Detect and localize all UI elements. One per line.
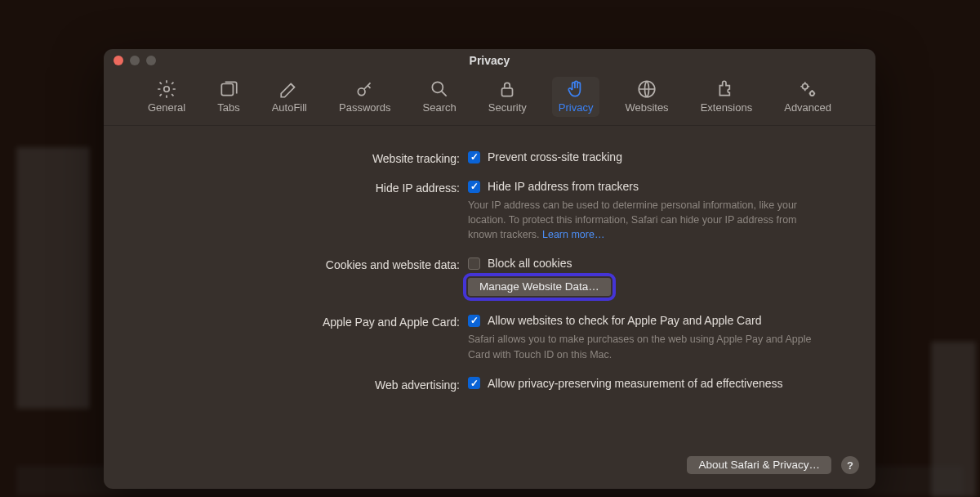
tab-tabs[interactable]: Tabs: [211, 77, 246, 117]
svg-point-6: [803, 84, 808, 90]
tab-label: Tabs: [217, 101, 239, 114]
puzzle-icon: [715, 80, 737, 98]
row-label: Website tracking:: [136, 150, 468, 165]
preferences-toolbar: General Tabs AutoFill Passwords Search S…: [104, 72, 875, 126]
checkbox-icon: [468, 315, 480, 327]
checkbox-ad-measurement[interactable]: Allow privacy-preserving measurement of …: [468, 377, 823, 390]
gears-icon: [797, 80, 818, 98]
tab-extensions[interactable]: Extensions: [694, 77, 760, 117]
checkbox-label: Allow privacy-preserving measurement of …: [488, 377, 783, 390]
close-window-button[interactable]: [114, 56, 123, 65]
tabs-icon: [218, 80, 239, 98]
checkbox-icon: [468, 181, 480, 193]
traffic-lights: [114, 56, 156, 65]
tab-general[interactable]: General: [141, 77, 192, 117]
checkbox-icon: [468, 257, 480, 270]
svg-point-2: [358, 88, 365, 96]
tab-label: General: [148, 101, 185, 114]
checkbox-label: Hide IP address from trackers: [488, 180, 639, 193]
tab-autofill[interactable]: AutoFill: [265, 77, 314, 117]
row-hide-ip: Hide IP address: Hide IP address from tr…: [136, 180, 823, 242]
tab-privacy[interactable]: Privacy: [552, 77, 600, 117]
help-button[interactable]: ?: [841, 456, 859, 474]
checkbox-prevent-tracking[interactable]: Prevent cross-site tracking: [468, 150, 823, 163]
tab-label: Passwords: [339, 101, 391, 114]
about-safari-privacy-button[interactable]: About Safari & Privacy…: [687, 456, 831, 474]
key-icon: [354, 80, 376, 98]
hand-icon: [565, 80, 586, 98]
tab-passwords[interactable]: Passwords: [332, 77, 398, 117]
lock-icon: [497, 80, 518, 98]
manage-website-data-button[interactable]: Manage Website Data…: [468, 278, 611, 296]
row-web-advertising: Web advertising: Allow privacy-preservin…: [136, 377, 823, 392]
tab-advanced[interactable]: Advanced: [777, 77, 838, 117]
gear-icon: [156, 80, 177, 98]
checkbox-apple-pay[interactable]: Allow websites to check for Apple Pay an…: [468, 314, 823, 327]
row-label: Hide IP address:: [136, 180, 468, 195]
tab-label: Privacy: [559, 101, 594, 114]
row-description: Safari allows you to make purchases on t…: [468, 332, 819, 361]
checkbox-label: Block all cookies: [488, 257, 572, 270]
titlebar: Privacy: [104, 49, 875, 72]
pencil-icon: [278, 80, 300, 98]
row-apple-pay: Apple Pay and Apple Card: Allow websites…: [136, 314, 823, 361]
row-label: Apple Pay and Apple Card:: [136, 314, 468, 329]
checkbox-label: Prevent cross-site tracking: [488, 150, 622, 163]
tab-label: Security: [488, 101, 527, 114]
footer: About Safari & Privacy… ?: [687, 456, 859, 474]
row-label: Cookies and website data:: [136, 257, 468, 271]
tab-label: Search: [423, 101, 457, 114]
globe-icon: [636, 80, 657, 98]
tab-security[interactable]: Security: [482, 77, 533, 117]
background-blur: [16, 147, 90, 409]
checkbox-block-cookies[interactable]: Block all cookies: [468, 257, 823, 270]
zoom-window-button[interactable]: [146, 56, 156, 65]
tab-label: Advanced: [784, 101, 831, 114]
svg-point-3: [433, 82, 443, 92]
tab-label: AutoFill: [272, 101, 307, 114]
svg-rect-4: [502, 88, 513, 96]
window-title: Privacy: [104, 54, 875, 67]
minimize-window-button[interactable]: [130, 56, 140, 65]
tab-label: Extensions: [701, 101, 753, 114]
search-icon: [429, 80, 450, 98]
tab-label: Websites: [625, 101, 668, 114]
row-description: Your IP address can be used to determine…: [468, 198, 819, 242]
tab-websites[interactable]: Websites: [618, 77, 675, 117]
settings-content: Website tracking: Prevent cross-site tra…: [104, 126, 875, 423]
row-website-tracking: Website tracking: Prevent cross-site tra…: [136, 150, 823, 165]
checkbox-label: Allow websites to check for Apple Pay an…: [488, 314, 761, 327]
svg-rect-1: [221, 84, 233, 96]
tab-search[interactable]: Search: [416, 77, 463, 117]
preferences-window: Privacy General Tabs AutoFill Passwords …: [104, 49, 875, 489]
checkbox-hide-ip[interactable]: Hide IP address from trackers: [468, 180, 823, 193]
row-cookies: Cookies and website data: Block all cook…: [136, 257, 823, 296]
checkbox-icon: [468, 377, 480, 389]
svg-point-0: [164, 87, 170, 92]
row-label: Web advertising:: [136, 377, 468, 392]
learn-more-link[interactable]: Learn more…: [542, 229, 604, 240]
checkbox-icon: [468, 151, 480, 163]
